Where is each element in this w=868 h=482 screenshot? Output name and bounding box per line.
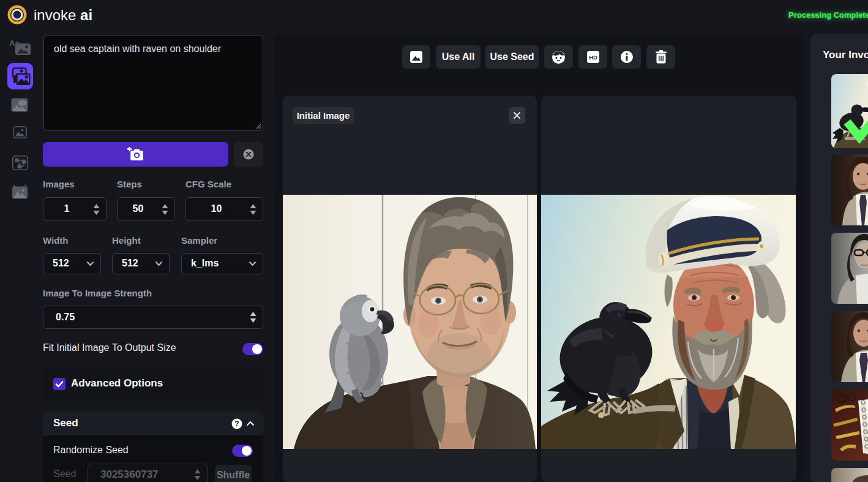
svg-text:Aa: Aa [9,39,20,48]
svg-text:?: ? [234,420,239,428]
svg-text:HD: HD [589,54,597,61]
